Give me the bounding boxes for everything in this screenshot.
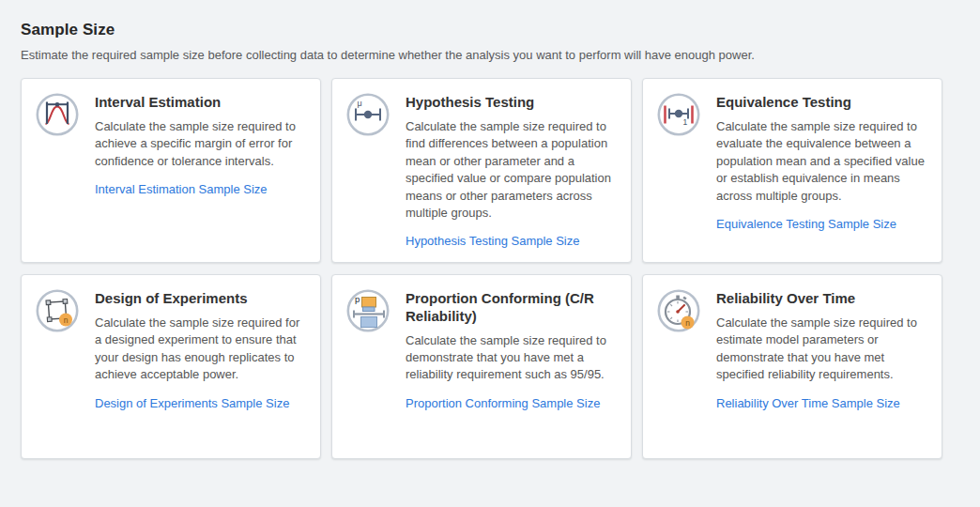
proportion-conforming-icon: p [345,288,390,333]
card-equivalence-testing: 1 Equivalence Testing Calculate the samp… [642,78,942,263]
card-description: Calculate the sample size required to de… [406,332,618,384]
equivalence-testing-link[interactable]: Equivalence Testing Sample Size [716,217,896,231]
card-title: Proportion Conforming (C/R Reliability) [406,290,618,326]
svg-text:p: p [355,294,360,304]
card-title: Equivalence Testing [716,94,928,112]
page-subtitle: Estimate the required sample size before… [21,48,980,62]
card-title: Interval Estimation [95,94,307,112]
interval-estimation-icon [35,92,80,137]
interval-estimation-link[interactable]: Interval Estimation Sample Size [95,182,268,196]
card-title: Design of Experiments [95,290,307,308]
sample-size-page: Sample Size Estimate the required sample… [0,0,980,459]
card-design-of-experiments: n Design of Experiments Calculate the sa… [21,274,321,459]
card-title: Hypothesis Testing [406,94,618,112]
hypothesis-testing-icon: μ [345,92,390,137]
card-hypothesis-testing: μ Hypothesis Testing Calculate the sampl… [331,78,632,263]
equivalence-testing-icon: 1 [656,92,701,137]
page-title: Sample Size [21,21,980,39]
reliability-over-time-link[interactable]: Reliability Over Time Sample Size [716,396,900,410]
svg-text:1: 1 [683,117,688,127]
card-description: Calculate the sample size required to ac… [95,118,307,170]
hypothesis-testing-link[interactable]: Hypothesis Testing Sample Size [406,234,579,248]
card-description: Calculate the sample size required to es… [716,315,928,384]
card-description: Calculate the sample size required for a… [95,315,307,384]
card-interval-estimation: Interval Estimation Calculate the sample… [21,78,321,263]
svg-text:n: n [685,318,690,328]
svg-text:μ: μ [358,99,362,108]
proportion-conforming-link[interactable]: Proportion Conforming Sample Size [406,396,600,410]
card-reliability-over-time: n Reliability Over Time Calculate the sa… [642,274,942,459]
design-of-experiments-link[interactable]: Design of Experiments Sample Size [95,396,289,410]
card-grid: Interval Estimation Calculate the sample… [21,78,980,459]
reliability-over-time-icon: n [656,288,701,333]
card-description: Calculate the sample size required to fi… [406,118,618,223]
card-description: Calculate the sample size required to ev… [716,118,928,205]
svg-text:n: n [64,315,69,325]
design-of-experiments-icon: n [35,288,80,333]
card-proportion-conforming: p Proportion Conforming (C/R Reliability… [331,274,632,459]
card-title: Reliability Over Time [716,290,928,308]
